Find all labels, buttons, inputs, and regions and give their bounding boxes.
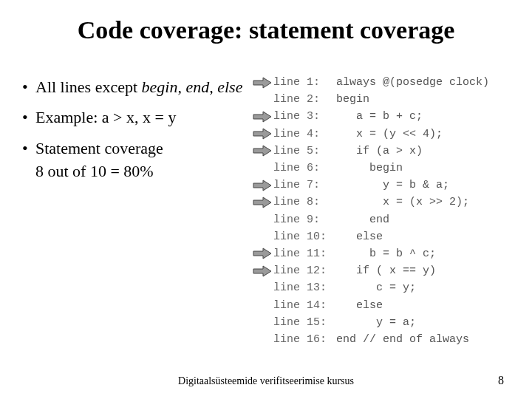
- code-line: line 5: if (a > x): [251, 143, 525, 160]
- line-number-label: line 3:: [273, 110, 330, 123]
- line-number-label: line 4:: [273, 128, 330, 140]
- coverage-arrow-icon: [251, 248, 273, 259]
- coverage-arrow-icon: [251, 145, 273, 157]
- code-text: y = b & a;: [330, 179, 525, 191]
- coverage-arrow-icon: [251, 265, 273, 277]
- line-number-label: line 2:: [273, 93, 330, 106]
- code-text: x = (x >> 2);: [330, 196, 525, 208]
- coverage-arrow-icon: [251, 77, 273, 89]
- code-line: line 10: else: [251, 228, 525, 245]
- bullet-list: • All lines except begin, end, else • Ex…: [22, 78, 251, 192]
- line-number-label: line 1:: [273, 76, 330, 89]
- line-number-label: line 5:: [273, 145, 330, 157]
- line-number-label: line 10:: [273, 231, 330, 243]
- line-number-label: line 16:: [273, 333, 330, 346]
- code-text: b = b ^ c;: [330, 248, 525, 260]
- code-line: line 8: x = (x >> 2);: [251, 194, 525, 211]
- line-number-label: line 8:: [273, 196, 330, 208]
- code-text: begin: [330, 162, 525, 174]
- code-text: always @(posedge clock): [330, 76, 525, 89]
- bullet-dot-icon: •: [22, 139, 35, 157]
- line-number-label: line 12:: [273, 265, 330, 277]
- line-number-label: line 13:: [273, 282, 330, 294]
- code-text: else: [330, 299, 525, 312]
- line-number-label: line 15:: [273, 316, 330, 329]
- code-text: x = (y << 4);: [330, 128, 525, 140]
- code-line: line 9: end: [251, 211, 525, 228]
- bullet-item: • Example: a > x, x = y: [22, 108, 251, 126]
- code-text: if (a > x): [330, 145, 525, 157]
- code-line: line 1: always @(posedge clock): [251, 74, 525, 91]
- bullet-text: All lines except begin, end, else: [35, 78, 251, 96]
- code-line: line 3: a = b + c;: [251, 108, 525, 125]
- code-line: line 13: c = y;: [251, 279, 525, 296]
- code-line: line 7: y = b & a;: [251, 177, 525, 194]
- bullet-text-pre: Statement coverage: [35, 139, 163, 157]
- code-listing: line 1: always @(posedge clock)line 2: b…: [251, 74, 525, 348]
- code-text: a = b + c;: [330, 110, 525, 123]
- line-number-label: line 6:: [273, 162, 330, 174]
- bullet-dot-icon: •: [22, 78, 35, 96]
- bullet-dot-icon: •: [22, 108, 35, 126]
- bullet-subtext: 8 out of 10 = 80%: [22, 162, 251, 180]
- code-line: line 12: if ( x == y): [251, 262, 525, 279]
- line-number-label: line 11:: [273, 248, 330, 260]
- code-text: end // end of always: [330, 333, 525, 346]
- code-text: y = a;: [330, 316, 525, 329]
- coverage-arrow-icon: [251, 197, 273, 208]
- line-number-label: line 7:: [273, 179, 330, 191]
- code-line: line 15: y = a;: [251, 314, 525, 331]
- code-line: line 4: x = (y << 4);: [251, 126, 525, 143]
- bullet-item: • Statement coverage: [22, 139, 251, 157]
- code-line: line 14: else: [251, 296, 525, 313]
- code-text: end: [330, 214, 525, 226]
- code-line: line 2: begin: [251, 91, 525, 108]
- code-line: line 16: end // end of always: [251, 331, 525, 348]
- bullet-text: Statement coverage: [35, 139, 251, 157]
- coverage-arrow-icon: [251, 111, 273, 123]
- coverage-arrow-icon: [251, 128, 273, 140]
- footer-text: Digitaalsüsteemide verifitseerimise kurs…: [0, 375, 532, 387]
- line-number-label: line 14:: [273, 299, 330, 312]
- code-line: line 6: begin: [251, 160, 525, 177]
- slide-title: Code coverage: statement coverage: [0, 16, 532, 44]
- page-number: 8: [498, 374, 504, 387]
- code-line: line 11: b = b ^ c;: [251, 245, 525, 262]
- bullet-text-pre: All lines except: [35, 78, 142, 96]
- bullet-text-em: begin, end, else: [142, 78, 243, 96]
- coverage-arrow-icon: [251, 180, 273, 191]
- code-text: begin: [330, 93, 525, 106]
- line-number-label: line 9:: [273, 214, 330, 226]
- bullet-text: Example: a > x, x = y: [35, 108, 251, 126]
- code-text: if ( x == y): [330, 265, 525, 277]
- code-text: else: [330, 231, 525, 243]
- bullet-text-pre: Example: a > x, x = y: [35, 108, 176, 126]
- code-text: c = y;: [330, 282, 525, 294]
- slide: Code coverage: statement coverage • All …: [0, 0, 532, 399]
- bullet-item: • All lines except begin, end, else: [22, 78, 251, 96]
